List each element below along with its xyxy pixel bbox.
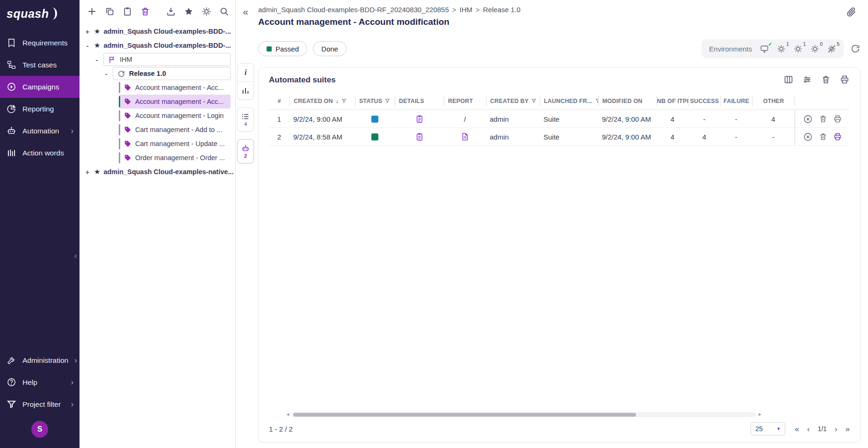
environment-server-icon[interactable]: ✓	[760, 44, 769, 53]
column-header-nb-of-itpi[interactable]: NB OF ITPI	[657, 96, 688, 106]
filter-sliders-icon[interactable]	[803, 75, 812, 85]
report-document-icon[interactable]	[461, 132, 469, 141]
test-suite-item[interactable]: Account management - Acc...	[119, 81, 231, 95]
previous-page-button[interactable]: ‹	[807, 425, 810, 433]
favorite-star-icon[interactable]: ★	[94, 41, 100, 50]
attachments-paperclip-icon[interactable]	[846, 7, 857, 19]
print-icon[interactable]	[840, 75, 850, 85]
paste-icon[interactable]	[123, 7, 132, 16]
collapse-toggle[interactable]: -	[103, 70, 109, 78]
test-suite-item[interactable]: Account management - Login	[119, 109, 231, 123]
horizontal-scrollbar[interactable]: ◄ ►	[286, 412, 762, 417]
last-page-button[interactable]: »	[846, 425, 850, 433]
details-document-icon[interactable]	[415, 132, 424, 141]
scroll-left-arrow[interactable]: ◄	[286, 412, 290, 417]
print-suite-button[interactable]	[833, 115, 842, 123]
sidebar-item-requirements[interactable]: Requirements	[0, 32, 80, 54]
sidebar-item-help[interactable]: Help ›	[0, 371, 80, 393]
tree-project-row[interactable]: + ★ admin_Squash Cloud-examples-BDD-...	[80, 24, 235, 38]
stop-suite-button[interactable]	[803, 114, 813, 124]
scrollbar-thumb[interactable]	[293, 413, 636, 417]
table-row[interactable]: 2 9/2/24, 8:58 AM admin Suite 9/2/24, 9:…	[269, 128, 850, 146]
collapse-tree-button[interactable]: «	[243, 7, 248, 16]
refresh-icon[interactable]	[850, 44, 861, 54]
report-cell[interactable]	[444, 128, 486, 146]
delete-suite-button[interactable]	[819, 132, 827, 141]
favorite-star-icon[interactable]: ★	[94, 168, 100, 176]
stop-suite-button[interactable]	[803, 132, 813, 142]
column-header-other[interactable]: OTHER	[752, 96, 795, 106]
column-header-modified-on[interactable]: MODIFIED ON	[598, 96, 657, 106]
environment-gear-icon[interactable]: 1	[794, 44, 803, 53]
column-header-report[interactable]: REPORT	[444, 96, 486, 106]
environment-gear-icon[interactable]: 1	[777, 44, 786, 53]
tab-statistics[interactable]	[238, 81, 253, 99]
delete-suite-button[interactable]	[819, 115, 827, 123]
delete-icon[interactable]	[140, 7, 150, 16]
campaign-node-ihm[interactable]: IHM	[103, 53, 231, 66]
next-page-button[interactable]: ›	[835, 425, 838, 433]
columns-icon[interactable]	[784, 75, 794, 85]
column-header-num[interactable]: #	[269, 96, 289, 106]
page-size-select[interactable]: 25 ▼	[751, 422, 785, 435]
column-header-status[interactable]: STATUS	[355, 96, 395, 106]
column-header-created-on[interactable]: CREATED ON ↓	[289, 96, 355, 106]
squash-logo[interactable]: squash	[0, 0, 80, 27]
breadcrumb-campaign[interactable]: IHM	[460, 6, 473, 14]
tree-project-row[interactable]: + ★ admin_Squash Cloud-examples-native..…	[80, 165, 235, 179]
copy-icon[interactable]	[105, 7, 115, 16]
sidebar-item-test-cases[interactable]: Test cases	[0, 54, 80, 76]
user-avatar[interactable]: S	[31, 421, 48, 438]
sidebar-item-campaigns[interactable]: Campaigns	[0, 76, 80, 98]
iteration-node-release[interactable]: Release 1.0	[113, 67, 231, 80]
sidebar-item-administration[interactable]: Administration ›	[0, 349, 80, 371]
test-suite-item[interactable]: Order management - Order ...	[119, 151, 231, 165]
table-row[interactable]: 1 9/2/24, 9:00 AM / admin Suite 9/2/24, …	[269, 110, 850, 128]
scrollbar-track[interactable]	[292, 412, 756, 417]
environments-label[interactable]: Environments	[709, 45, 752, 53]
sidebar-item-project-filter[interactable]: Project filter ›	[0, 393, 80, 415]
filter-funnel-icon[interactable]	[385, 98, 390, 103]
tree-project-row[interactable]: - ★ admin_Squash Cloud-examples-BDD-...	[80, 38, 235, 52]
print-suite-button[interactable]	[833, 132, 842, 141]
collapse-toggle[interactable]: -	[84, 42, 91, 50]
sidebar-item-reporting[interactable]: Reporting	[0, 98, 80, 120]
details-cell[interactable]	[395, 110, 444, 128]
test-suite-item[interactable]: Cart management - Add to ...	[119, 123, 231, 137]
column-header-created-by[interactable]: CREATED BY	[486, 96, 540, 106]
column-header-launched-from[interactable]: LAUNCHED FR...	[540, 96, 598, 106]
expand-toggle[interactable]: +	[84, 168, 91, 176]
environment-gear-off-icon[interactable]: 5	[827, 44, 836, 53]
details-cell[interactable]	[395, 128, 444, 146]
done-state-button[interactable]: Done	[313, 41, 347, 56]
favorite-star-icon[interactable]: ★	[94, 27, 100, 36]
environment-gear-icon[interactable]: 0	[810, 44, 819, 53]
sidebar-collapse-handle[interactable]: ‹	[74, 250, 77, 261]
filter-funnel-icon[interactable]	[531, 98, 536, 103]
expand-toggle[interactable]: +	[84, 28, 91, 36]
tab-execution-plan[interactable]: 4	[238, 108, 253, 131]
delete-icon[interactable]	[821, 75, 831, 85]
sidebar-item-action-words[interactable]: Action words	[0, 142, 80, 164]
favorites-star-icon[interactable]	[184, 7, 194, 16]
first-page-button[interactable]: «	[795, 425, 799, 433]
column-header-success[interactable]: SUCCESS	[688, 96, 720, 106]
scroll-right-arrow[interactable]: ►	[758, 412, 762, 417]
execution-status-button[interactable]: Passed	[258, 41, 307, 56]
search-icon[interactable]	[219, 7, 229, 16]
details-document-icon[interactable]	[415, 115, 424, 123]
tab-information[interactable]: i	[238, 64, 253, 81]
column-header-details[interactable]: DETAILS	[395, 96, 444, 106]
test-suite-item-selected[interactable]: Account management - Acc...	[119, 95, 231, 109]
column-header-failure[interactable]: FAILURE	[720, 96, 752, 106]
import-icon[interactable]	[166, 7, 176, 16]
tab-automated-suites[interactable]: 2	[238, 140, 253, 163]
breadcrumb-project[interactable]: admin_Squash Cloud-examples-BDD-RF_20240…	[258, 6, 449, 14]
settings-gear-icon[interactable]	[202, 7, 211, 16]
test-suite-item[interactable]: Cart management - Update ...	[119, 137, 231, 151]
sidebar-item-automation[interactable]: Automation ›	[0, 120, 80, 142]
collapse-toggle[interactable]: -	[94, 56, 100, 64]
add-icon[interactable]	[87, 7, 97, 16]
filter-funnel-icon[interactable]	[341, 98, 347, 103]
breadcrumb-iteration[interactable]: Release 1.0	[483, 6, 521, 14]
